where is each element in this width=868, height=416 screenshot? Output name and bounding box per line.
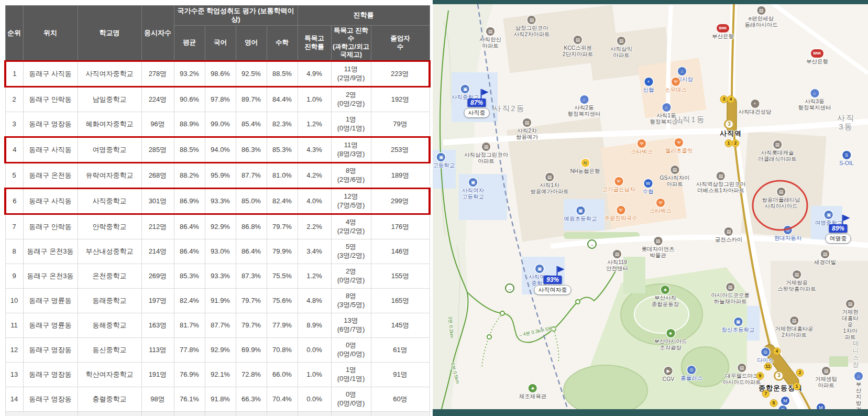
map-poi-apt[interactable]: ▤쌍용더플래티넘 사직아시아드 (762, 188, 800, 209)
map-poi-apt[interactable]: ▤사직1차 쌍용예가아파트 (530, 173, 569, 194)
map-poi-green[interactable]: ♣부산사직 종합운동장 (652, 286, 679, 307)
apt-icon: ▤ (821, 250, 829, 258)
map-poi-gas[interactable]: SS-OIL (839, 151, 853, 166)
map-poi-station[interactable]: 사직역 (720, 129, 742, 138)
map-poi-movie[interactable]: ▶CGV (663, 367, 675, 382)
map-poi-area[interactable]: 사직2동 (493, 103, 525, 113)
table-cell: 86.4% (236, 239, 267, 264)
table-cell: 88.5% (174, 137, 205, 163)
map-poi-school[interactable]: ▣창신초등학교 (722, 318, 755, 333)
school-flag-marker[interactable]: 93%사직여자중 (534, 266, 572, 295)
map-poi-store[interactable]: ⊙홈플러스 (680, 366, 702, 381)
table-row: 4동래구 사직동여명중학교285명88.5%94.0%86.3%85.3%4.3… (5, 137, 430, 163)
col-header-takers: 응시자수 (141, 6, 174, 61)
table-row: 1동래구 사직동사직여자중학교278명93.2%98.6%92.5%88.5%4… (5, 61, 430, 87)
map-poi-food[interactable]: Ψ스타벅스 (650, 199, 672, 214)
map-poi-store[interactable]: ⊙현대자동차 (774, 226, 802, 241)
map-poi-apt[interactable]: ▤e편한세상 동래아시아드 (745, 6, 778, 28)
map-poi-bank_sh[interactable]: W수협 (643, 179, 654, 194)
table-cell: 146명 (371, 239, 430, 264)
table-cell: 70.8% (267, 338, 298, 363)
table-cell: 92.9% (205, 338, 236, 363)
map-poi-school[interactable]: ▣예원초등학교 (564, 206, 597, 222)
map-poi-apt[interactable]: ▤아시아드코오롱 하늘채아파트 (711, 283, 750, 304)
map-poi-apt[interactable]: ▤사직119 안전센터 (606, 250, 628, 271)
map-poi-govt[interactable]: ⌂사직3동 행정복지센터 (798, 89, 831, 111)
map-poi-bank_cu[interactable]: +신협 (643, 78, 654, 93)
map-poi-apt[interactable]: ▤KCC스위첸 2단지아파트 (563, 36, 593, 57)
map-poi-apt[interactable]: ▤사직롯데캐슬 더클래식아파트 (758, 140, 797, 162)
group-header-assessment: 국가수준 학업성취도 평가 (보통학력이상) (174, 6, 298, 26)
table-cell: 동래구 명장동 (23, 112, 78, 137)
table-cell: 79명 (371, 112, 430, 137)
table-cell: 223명 (371, 61, 430, 87)
map-poi-label: 체조체육관 (519, 393, 547, 399)
map-poi-apt[interactable]: ▤거제센텀 아파트 (815, 367, 837, 388)
col-header-english: 영어 (236, 25, 267, 61)
subway-exit-badge: 4 (727, 95, 735, 103)
map-poi-apt[interactable]: ▤사직역삼정그린코아 더베스트1차아파트 (696, 172, 746, 193)
map-poi-label: 다이소 (757, 357, 774, 363)
map-poi-apt[interactable]: ▤GS사직자이 아파트 (660, 166, 689, 187)
map-poi-label: 수협 (643, 188, 654, 194)
table-cell: 77.8% (174, 338, 205, 363)
map-poi-metro[interactable]: M (781, 397, 789, 405)
map-poi-label: 부산은행 (806, 58, 828, 64)
map-poi-apt[interactable]: ▤세경더빌 (814, 250, 836, 265)
table-cell: 4.2% (298, 163, 331, 189)
table-cell: 동래구 안락동 (23, 87, 78, 112)
map-poi-apt[interactable]: ▤거제쌍용 스윗닷홈아파트 (777, 270, 816, 292)
table-row: 2동래구 안락동남일중학교224명90.6%97.8%89.7%84.4%1.0… (5, 87, 430, 112)
table-cell: 2.2% (298, 214, 331, 239)
map-poi-bank_bnk[interactable]: BNK부산은행 (806, 49, 828, 64)
map-poi-apt[interactable]: ▤궁전스카이 (715, 227, 743, 243)
map-poi-apt[interactable]: ▤거제현대홈타운 1차아파트 (841, 300, 859, 340)
map-poi-apt[interactable]: ▤사직2차 쌍용예가 (516, 118, 538, 140)
map-poi-govt[interactable]: ⌂사직2동 행정복지센터 (568, 95, 601, 117)
map-poi-food[interactable]: Ψ소우데스 (665, 78, 687, 93)
table-cell: 1.0% (298, 87, 331, 112)
table-cell: 92.1% (205, 363, 236, 387)
map-poi-area_sm[interactable]: 테니스장 (850, 340, 862, 369)
table-cell: 88.9% (174, 112, 205, 137)
map-poi-apt[interactable]: ▤거제현대홈타운 2차아파트 (775, 316, 814, 338)
map-poi-apt[interactable]: ▤사직삼익 아파트 (610, 37, 632, 58)
map-poi-apt[interactable]: ▤사직삼정그린코아 아파트 (464, 143, 508, 164)
school-flag-marker[interactable]: 89%여명중 (826, 215, 851, 244)
map-panel[interactable]: → → ▤삼정그린코아 사직2차아파트▤사직한신 아파트▤KCC스위첸 2단지아… (433, 0, 868, 416)
table-cell: 11명 (2명/9명) (331, 61, 371, 87)
col-header-special-rate: 특목고 진학률 (298, 25, 331, 61)
table-cell: 96명 (141, 112, 174, 137)
map-poi-label: 세경더빌 (814, 259, 836, 265)
table-cell: 동래구 안락동 (23, 214, 78, 239)
table-cell: 76.1% (174, 387, 205, 412)
map-poi-food[interactable]: Ψ고기굽는남자 (602, 177, 635, 192)
map-poi-church[interactable]: +사직대건성당 (739, 100, 772, 115)
map-poi-area[interactable]: 사직3동 (835, 113, 857, 132)
table-cell: 동래구 명륜동 (23, 313, 78, 338)
map-poi-label: 예원초등학교 (564, 215, 597, 222)
map-poi-food[interactable]: Ψ멜리초콜릿 (665, 138, 693, 154)
map-poi-area[interactable]: 사직1동 (673, 114, 705, 124)
map-poi-label: 스타벅스 (650, 207, 672, 214)
map-poi-bank_nh[interactable]: NNH농협은행 (570, 159, 600, 174)
map-poi-bank_bnk[interactable]: BNK부산은행 (712, 24, 734, 39)
table-cell: 8 (5, 239, 23, 264)
map-poi-apt[interactable]: ▤사직한신 아파트 (479, 27, 501, 49)
map-poi-green[interactable]: ♣체조체육관 (519, 384, 547, 399)
school-icon: ▣ (469, 178, 477, 187)
map-poi-label: 멜리초콜릿 (665, 147, 693, 154)
map-poi-label: 사직3동 행정복지센터 (798, 98, 831, 111)
map-poi-food[interactable]: Ψ스타벅스 (631, 139, 653, 155)
map-poi-store[interactable]: ⊙다이소 (757, 348, 774, 363)
map-poi-apt[interactable]: ▤대우월드마크 아시아드아파트 (722, 364, 761, 385)
subway-exit-badge: 7 (762, 390, 770, 398)
map-poi-green[interactable]: ♣부산아시아드 조각광장 (654, 329, 687, 351)
map-poi-school[interactable]: ▣인고등학교 (433, 153, 455, 168)
school-flag-marker[interactable]: 87%사직중 (464, 89, 490, 118)
table-cell: 동해중학교 (78, 313, 141, 338)
map-poi-apt[interactable]: ▤롯데자이언츠 박물관 (642, 237, 675, 258)
map-poi-apt[interactable]: ▤삼정그린코아 사직2차아파트 (514, 16, 550, 37)
map-poi-food[interactable]: Ψ주문진막국수 (605, 206, 638, 221)
map-poi-school[interactable]: ▣사직여자 고등학교 (462, 178, 484, 200)
